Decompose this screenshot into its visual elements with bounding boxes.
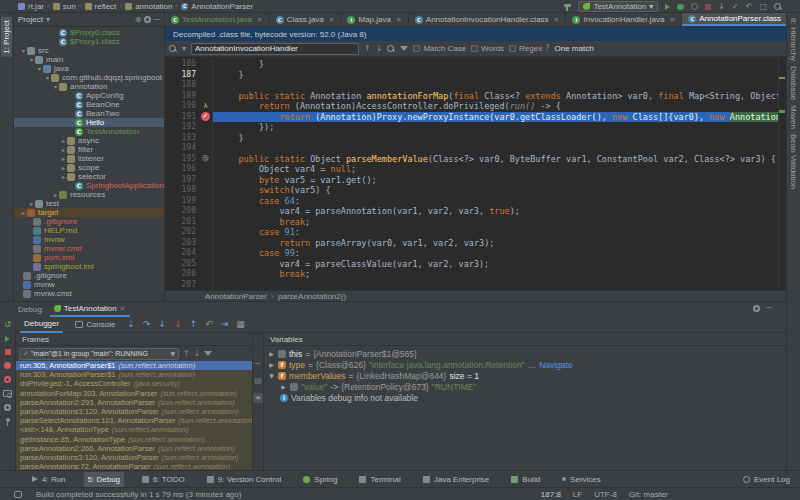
code-line[interactable]: 199 case 64: <box>165 196 786 207</box>
frame-row[interactable]: <init>:148, AnnotationType(sun.reflect.a… <box>16 425 252 434</box>
tree-row[interactable]: CTestAnnotation <box>14 127 164 136</box>
code-line[interactable]: 193 } <box>165 133 786 144</box>
collapse-icon[interactable]: ─ <box>256 359 261 368</box>
next-occurrence-icon[interactable]: ↓ <box>376 44 383 53</box>
regex-option[interactable]: Regex? <box>509 44 549 53</box>
line-number[interactable]: 198 <box>182 185 196 196</box>
navigate-link[interactable]: Navigate <box>539 360 573 370</box>
tab-console[interactable]: Console <box>71 317 119 333</box>
tree-row[interactable]: springboot.iml <box>14 262 164 271</box>
step-into-icon[interactable]: ↓ <box>159 320 167 329</box>
force-step-into-icon[interactable]: ↓ <box>174 320 182 329</box>
tree-row[interactable]: CAppConfig <box>14 91 164 100</box>
line-number[interactable]: 195 <box>182 154 196 165</box>
tree-row[interactable]: ▾src <box>14 46 164 55</box>
line-number[interactable]: 187 <box>182 70 196 81</box>
match-case-checkbox[interactable] <box>413 45 420 52</box>
tool-window-button-5-debug[interactable]: 5: Debug <box>84 472 124 487</box>
tree-row[interactable]: ▸resources <box>14 190 164 199</box>
editor-tab[interactable]: IInvocationHandler.java✕ <box>566 13 682 26</box>
line-number[interactable]: 192 <box>182 122 196 133</box>
restore-layout-icon[interactable]: ▢ <box>759 3 767 11</box>
close-icon[interactable]: ✕ <box>554 16 560 24</box>
code-line[interactable]: 204 case 99: <box>165 248 786 259</box>
frame-row[interactable]: run:305, AnnotationParser$1(sun.reflect.… <box>16 361 252 370</box>
editor-tab[interactable]: CAnnotationInvocationHandler.class✕ <box>409 13 567 26</box>
tree-row[interactable]: pom.xml <box>14 253 164 262</box>
frame-row[interactable]: parseAnnotation2:266, AnnotationParser(s… <box>16 444 252 453</box>
tool-window-button-terminal[interactable]: Terminal <box>355 472 404 487</box>
breadcrumb-item[interactable]: reflect <box>85 2 117 11</box>
event-log-button[interactable]: Event Log <box>743 471 790 488</box>
line-number[interactable]: 196 <box>182 164 196 175</box>
frame-up-icon[interactable]: ↑ <box>183 349 190 358</box>
debug-button[interactable] <box>677 4 684 10</box>
chevron-down-icon[interactable]: ▾ <box>46 16 50 24</box>
mute-breakpoints-icon[interactable] <box>4 376 11 383</box>
code-line[interactable]: 186 } <box>165 59 786 70</box>
close-icon[interactable]: ✕ <box>669 16 675 24</box>
tool-window-button-spring[interactable]: Spring <box>299 472 341 487</box>
tool-window-button-4-run[interactable]: 4: Run <box>28 472 70 487</box>
breadcrumb-method[interactable]: parseAnnotation2() <box>278 292 346 301</box>
code-line[interactable]: 197 byte var5 = var1.get(); <box>165 175 786 186</box>
lambda-gutter-icon[interactable]: λ <box>201 102 210 111</box>
settings-icon[interactable] <box>4 404 11 411</box>
tree-row[interactable]: ▸async <box>14 136 164 145</box>
watch-return-values-icon[interactable]: ∞ <box>253 393 263 403</box>
line-number[interactable]: 193 <box>182 133 196 144</box>
frame-row[interactable]: parseAnnotations3:120, AnnotationParser(… <box>16 407 252 416</box>
tree-expand-arrow-icon[interactable]: ▸ <box>60 173 67 180</box>
frame-row[interactable]: getInstance:85, AnnotationType(sun.refle… <box>16 435 252 444</box>
editor-tab[interactable]: CClass.java✕ <box>270 13 342 26</box>
error-stripe[interactable] <box>778 57 786 290</box>
breadcrumb-item[interactable]: CAnnotationParser <box>181 2 253 11</box>
gear-icon[interactable] <box>753 305 760 312</box>
tree-expand-arrow-icon[interactable]: ▸ <box>52 191 59 198</box>
run-to-cursor-icon[interactable]: ⇥ <box>221 320 229 329</box>
expander-closed-icon[interactable]: ▶ <box>268 361 275 368</box>
tree-row[interactable]: ▾annotation <box>14 82 164 91</box>
variable-row[interactable]: ▶ftype = {Class@626} "interface java.lan… <box>264 359 786 370</box>
locate-file-icon[interactable]: ⊕ <box>135 16 142 24</box>
line-number[interactable]: 202 <box>182 227 196 238</box>
code-line[interactable]: 196 Object var4 = null; <box>165 164 786 175</box>
tree-row[interactable]: ▸target <box>14 208 164 217</box>
variable-row[interactable]: iVariables debug info not available <box>264 392 786 403</box>
stop-button[interactable] <box>705 4 711 10</box>
tree-expand-arrow-icon[interactable]: ▸ <box>60 155 67 162</box>
close-icon[interactable]: ✕ <box>257 16 263 24</box>
rerun-icon[interactable]: ↺ <box>4 321 11 329</box>
editor-tab[interactable]: CAnnotationParser.class✕ <box>682 13 786 26</box>
run-configuration-select[interactable]: TestAnnotation ▾ <box>578 1 658 12</box>
code-line[interactable]: 203 return parseArray(var0, var1, var2, … <box>165 238 786 249</box>
variable-row[interactable]: ▶"value" -> {RetentionPolicy@673} "RUNTI… <box>264 381 786 392</box>
tree-collapse-arrow-icon[interactable]: ▾ <box>20 47 27 54</box>
line-number[interactable]: 200 <box>182 206 196 217</box>
code-line[interactable]: 188 <box>165 80 786 91</box>
hide-panel-icon[interactable]: ─ <box>766 304 772 312</box>
tool-button-maven[interactable]: Maven <box>789 105 798 129</box>
git-branch[interactable]: Git: master <box>629 490 668 499</box>
tool-button-8-hierarchy[interactable]: 8: Hierarchy <box>789 18 798 61</box>
tree-row[interactable]: ▸test <box>14 199 164 208</box>
tool-window-button-9-version-control[interactable]: 9: Version Control <box>203 472 286 487</box>
line-number[interactable]: 205 <box>182 259 196 270</box>
code-line[interactable]: 206 break; <box>165 269 786 280</box>
tree-expand-arrow-icon[interactable]: ▸ <box>20 209 27 216</box>
tab-debugger[interactable]: Debugger <box>20 317 63 333</box>
breadcrumb-class[interactable]: AnnotationParser <box>205 292 267 301</box>
step-out-icon[interactable]: ↑ <box>190 320 198 329</box>
code-line[interactable]: 187 } <box>165 70 786 81</box>
tree-row[interactable]: mvnw <box>14 235 164 244</box>
frame-row[interactable]: run:303, AnnotationParser$1(sun.reflect.… <box>16 370 252 379</box>
line-number[interactable]: 203 <box>182 238 196 249</box>
tool-button-1-project[interactable]: 1: Project <box>1 17 12 57</box>
tool-button-bean-validation[interactable]: Bean Validation <box>789 134 798 189</box>
commit-icon[interactable]: ✓ <box>732 3 739 11</box>
breadcrumb-item[interactable]: annotation <box>125 2 172 11</box>
tree-expand-arrow-icon[interactable]: ▸ <box>60 146 67 153</box>
code-line[interactable]: 198 switch(var5) { <box>165 185 786 196</box>
view-breakpoints-icon[interactable] <box>4 362 11 369</box>
line-number[interactable]: 186 <box>182 59 196 70</box>
